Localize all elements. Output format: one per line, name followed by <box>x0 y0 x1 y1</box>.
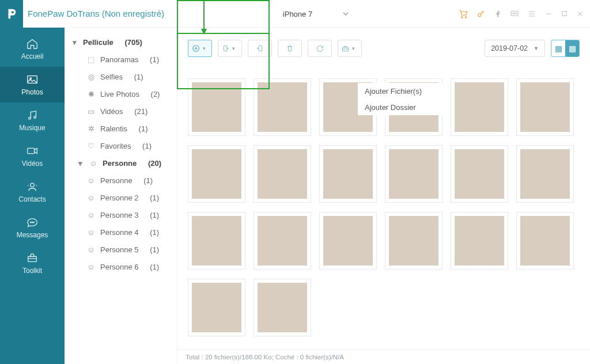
refresh-icon <box>316 44 324 53</box>
photo-thumb[interactable] <box>188 212 245 270</box>
app-logo <box>0 0 23 28</box>
close-button[interactable] <box>576 10 584 18</box>
tree-item-selfies[interactable]: ◎Selfies (1) <box>65 68 177 85</box>
chevron-down-icon: ▾ <box>203 46 206 51</box>
nav-label: Musique <box>19 124 45 132</box>
tree-item-favorites[interactable]: ♡Favorites (1) <box>65 137 177 154</box>
tree-person-4[interactable]: ☺Personne 4 (1) <box>65 223 177 241</box>
cart-icon[interactable] <box>458 9 468 19</box>
import-icon <box>256 44 264 52</box>
svg-point-16 <box>31 222 31 222</box>
tree-label: Favorites <box>100 142 131 150</box>
nav-toolkit[interactable]: Toolkit <box>0 245 65 281</box>
svg-point-18 <box>33 222 34 222</box>
tree-header-personne[interactable]: ▾ ☺ Personne (20) <box>65 154 177 172</box>
photo-thumb[interactable] <box>451 78 508 136</box>
view-list-button[interactable]: ▦ <box>551 40 565 56</box>
date-picker[interactable]: 2019-07-02 ▼ <box>485 40 545 57</box>
svg-point-6 <box>514 13 515 13</box>
menu-icon[interactable] <box>527 9 536 18</box>
tree-label: Panoramas <box>100 55 138 64</box>
photo-thumb[interactable] <box>516 78 574 136</box>
photo-thumb[interactable] <box>188 78 245 136</box>
nav-label: Photos <box>21 88 43 96</box>
tree-item-videos[interactable]: ▭Vidéos (21) <box>65 103 177 120</box>
photo-thumb[interactable] <box>254 145 311 203</box>
nav-videos[interactable]: Vidéos <box>0 138 65 174</box>
tree-label: Vidéos <box>100 107 123 116</box>
person-icon: ☺ <box>86 245 96 254</box>
svg-point-12 <box>29 117 31 120</box>
tree-count: (1) <box>150 228 159 237</box>
photo-thumb[interactable] <box>516 212 574 270</box>
nav-label: Toolkit <box>22 267 42 275</box>
add-button[interactable]: ▾ <box>188 40 212 57</box>
svg-point-13 <box>34 116 36 119</box>
photo-thumb[interactable] <box>451 145 508 203</box>
nav-photos[interactable]: Photos <box>0 67 65 103</box>
status-text: Total : 20 fichier(s)/188.00 Ko; Coché :… <box>186 354 344 361</box>
chevron-down-icon: ▾ <box>352 46 355 51</box>
maximize-button[interactable] <box>561 10 568 17</box>
svg-point-11 <box>30 78 32 79</box>
photo-thumb[interactable] <box>188 279 245 336</box>
svg-rect-14 <box>28 148 35 153</box>
nav-music[interactable]: Musique <box>0 103 65 138</box>
nav-messages[interactable]: Messages <box>0 210 65 245</box>
person-icon: ☺ <box>86 263 96 271</box>
nav-contacts[interactable]: Contacts <box>0 174 65 210</box>
facebook-icon[interactable] <box>494 10 502 18</box>
tree-person-5[interactable]: ☺Personne 5 (1) <box>65 241 177 258</box>
view-grid-button[interactable]: ▦ <box>565 40 579 56</box>
nav-home[interactable]: Accueil <box>0 31 65 67</box>
svg-rect-22 <box>259 46 262 51</box>
tree-item-livephotos[interactable]: ✺Live Photos (2) <box>65 85 177 103</box>
svg-rect-19 <box>28 256 37 261</box>
delete-button[interactable] <box>278 40 302 57</box>
photo-thumb[interactable] <box>516 145 574 203</box>
tree-person-2[interactable]: ☺Personne 2 (1) <box>65 189 177 206</box>
photo-thumb[interactable] <box>188 145 245 203</box>
tree-label: Live Photos <box>100 90 139 98</box>
dropdown-add-folder[interactable]: Ajouter Dossier <box>358 99 444 115</box>
toolbox-button[interactable]: ▾ <box>338 40 362 57</box>
tree-item-panoramas[interactable]: ⬚Panoramas (1) <box>65 51 177 68</box>
svg-rect-21 <box>224 46 226 51</box>
plus-circle-icon <box>191 44 201 53</box>
tree-count: (1) <box>139 124 148 133</box>
tree-root-pellicule[interactable]: ▾ Pellicule (705) <box>65 33 177 51</box>
person-icon: ☺ <box>89 159 98 168</box>
tree-count: (1) <box>134 73 143 81</box>
status-bar: Total : 20 fichier(s)/188.00 Ko; Coché :… <box>177 349 590 364</box>
minimize-button[interactable] <box>544 10 553 18</box>
photo-thumb[interactable] <box>254 212 311 270</box>
dropdown-add-files[interactable]: Ajouter Fichier(s) <box>358 83 444 99</box>
tree-label: Personne 3 <box>100 211 139 219</box>
photo-thumb[interactable] <box>319 212 377 270</box>
device-selector[interactable]: iPhone 7 <box>236 6 354 22</box>
photo-thumb[interactable] <box>385 212 442 270</box>
nav-label: Vidéos <box>22 160 43 168</box>
key-icon[interactable] <box>476 9 486 18</box>
slowmo-icon: ✲ <box>86 124 96 133</box>
tree-count: (1) <box>150 194 159 202</box>
refresh-button[interactable] <box>308 40 332 57</box>
chevron-down-icon: ▾ <box>78 159 84 168</box>
photo-thumb[interactable] <box>451 212 508 270</box>
tree-person-3[interactable]: ☺Personne 3 (1) <box>65 206 177 223</box>
export-button[interactable]: ▾ <box>218 40 242 57</box>
chevron-down-icon: ▾ <box>73 38 78 47</box>
trash-icon <box>286 44 294 52</box>
photo-thumb[interactable] <box>385 145 442 203</box>
import-button[interactable] <box>248 40 272 57</box>
photo-thumb[interactable] <box>254 78 311 136</box>
photo-thumb[interactable] <box>254 279 311 336</box>
svg-point-7 <box>516 13 516 13</box>
tree-person-1[interactable]: ☺Personne (1) <box>65 172 177 189</box>
photo-thumb[interactable] <box>319 145 377 203</box>
add-dropdown: Ajouter Fichier(s) Ajouter Dossier <box>358 83 444 115</box>
feedback-icon[interactable] <box>510 9 519 18</box>
tree-item-slowmo[interactable]: ✲Ralentis (1) <box>65 120 177 137</box>
tree-label: Pellicule <box>83 38 114 47</box>
tree-person-6[interactable]: ☺Personne 6 (1) <box>65 258 177 275</box>
